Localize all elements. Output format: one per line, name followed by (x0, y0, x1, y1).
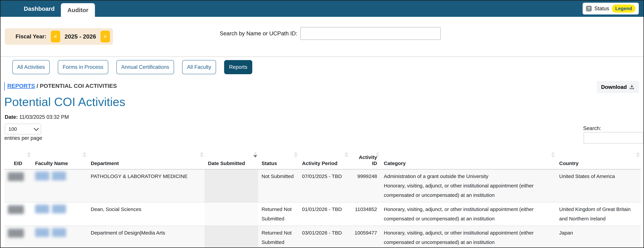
cell-department: Department of Design|Media Arts (87, 226, 204, 248)
category-line: Administration of a grant outside the Un… (384, 172, 552, 181)
column-header-status[interactable]: Status (258, 150, 299, 169)
cell-country: Japan (556, 226, 641, 248)
people-search-input[interactable] (300, 27, 441, 40)
people-search: Search by Name or UCPath ID: (220, 27, 441, 40)
column-label: Activity ID (359, 154, 377, 166)
column-header-activity-id[interactable]: Activity ID (349, 150, 380, 169)
tab-annual-certifications[interactable]: Annual Certifications (116, 60, 174, 74)
status-legend-button[interactable]: ? Status Legend (582, 3, 639, 14)
cell-eid (4, 226, 32, 248)
cell-status: Not Submitted (258, 169, 299, 202)
redacted-faculty-name-link[interactable] (35, 172, 84, 180)
column-header-country[interactable]: Country (556, 150, 641, 169)
entries-per-page-label: entries per page (4, 135, 42, 141)
cell-category: Honorary, visiting, adjunct, or other in… (380, 202, 556, 226)
header-row: EIDFaculty NameDepartmentDate SubmittedS… (4, 150, 641, 169)
page-size-value: 100 (8, 126, 17, 132)
fiscal-year-bar: Fiscal Year: < 2025 - 2026 > (5, 28, 113, 45)
column-label: Country (559, 160, 578, 166)
column-label: EID (14, 160, 22, 166)
category-line: Honorary, visiting, adjunct, or other in… (384, 228, 552, 247)
status-label: Status (594, 5, 609, 12)
page-size-select[interactable]: 100 (5, 124, 41, 134)
view-tabs: All ActivitiesForms in ProcessAnnual Cer… (12, 60, 252, 74)
table-search-label: Search: (583, 125, 601, 131)
column-header-category[interactable]: Category (380, 150, 556, 169)
column-header-eid[interactable]: EID (4, 150, 32, 169)
cell-activity-id: 10059477 (349, 226, 380, 248)
people-search-label: Search by Name or UCPath ID: (220, 30, 297, 37)
breadcrumb-current: POTENTIAL COI ACTIVITIES (40, 83, 117, 89)
cell-category: Honorary, visiting, adjunct, or other in… (380, 226, 556, 248)
column-label: Category (384, 160, 406, 166)
table-row: Dean, Social SciencesReturned Not Submit… (4, 202, 641, 226)
table-row: Department of Design|Media ArtsReturned … (4, 226, 641, 248)
table-search-input[interactable] (584, 132, 644, 143)
sort-icon (344, 152, 348, 157)
breadcrumb-reports-link[interactable]: REPORTS (7, 83, 35, 89)
column-label: Activity Period (302, 160, 338, 166)
redacted-eid (8, 205, 24, 214)
cell-country: United States of America (556, 169, 641, 202)
cell-date-submitted (204, 226, 258, 248)
fiscal-prev-button[interactable]: < (51, 31, 60, 42)
fiscal-next-button[interactable]: > (100, 31, 110, 42)
column-header-department[interactable]: Department (87, 150, 204, 169)
fiscal-year-label: Fiscal Year: (16, 33, 46, 40)
column-header-date-submitted[interactable]: Date Submitted (204, 150, 258, 169)
column-label: Status (262, 160, 277, 166)
download-label: Download (601, 84, 627, 90)
report-date: Date: 11/03/2025 03:32 PM (5, 114, 69, 120)
tab-all-activities[interactable]: All Activities (12, 60, 50, 74)
redacted-faculty-name-link[interactable] (35, 205, 84, 213)
sort-icon (83, 152, 86, 157)
redacted-eid (8, 172, 24, 181)
download-icon (629, 84, 634, 90)
header-divider (0, 57, 644, 57)
column-header-faculty-name[interactable]: Faculty Name (32, 150, 87, 169)
cell-faculty-name (32, 202, 87, 226)
column-label: Faculty Name (35, 160, 68, 166)
chevron-down-icon (34, 126, 39, 131)
sort-icon (636, 152, 640, 157)
auditor-tab[interactable]: Auditor (61, 3, 95, 17)
cell-category: Administration of a grant outside the Un… (380, 169, 556, 202)
redacted-eid (8, 229, 24, 238)
activities-table: EIDFaculty NameDepartmentDate SubmittedS… (4, 150, 641, 248)
sort-icon (294, 152, 298, 157)
report-date-value: 11/03/2025 03:32 PM (19, 114, 69, 120)
cell-faculty-name (32, 226, 87, 248)
cell-department: Dean, Social Sciences (87, 202, 204, 226)
download-button[interactable]: Download (596, 81, 639, 93)
cell-activity-period: 07/01/2025 - TBD (299, 169, 349, 202)
column-header-activity-period[interactable]: Activity Period (299, 150, 349, 169)
table-row: PATHOLOGY & LABORATORY MEDICINENot Submi… (4, 169, 641, 202)
page-title: Potential COI Activities (4, 95, 125, 109)
cell-date-submitted (204, 202, 258, 226)
cell-activity-period: 03/01/2026 - TBD (299, 226, 349, 248)
category-line: Honorary, visiting, adjunct, or other in… (384, 205, 552, 224)
tab-forms-in-process[interactable]: Forms in Process (58, 60, 108, 74)
redacted-faculty-name-link[interactable] (35, 228, 84, 237)
column-label: Department (91, 160, 119, 166)
cell-activity-id: 9999248 (349, 169, 380, 202)
sort-icon (376, 152, 380, 157)
top-nav: Dashboard Auditor ? Status Legend (0, 0, 644, 17)
auditor-page: Dashboard Auditor ? Status Legend Fiscal… (0, 0, 644, 248)
tab-all-faculty[interactable]: All Faculty (182, 60, 216, 74)
cell-activity-id: 11034852 (349, 202, 380, 226)
table-header: EIDFaculty NameDepartmentDate SubmittedS… (4, 150, 641, 169)
cell-country: United Kingdom of Great Britain and Nort… (556, 202, 641, 226)
report-date-label: Date: (5, 114, 18, 120)
cell-department: PATHOLOGY & LABORATORY MEDICINE (87, 169, 204, 202)
dashboard-tab[interactable]: Dashboard (24, 0, 55, 17)
breadcrumb-separator: / (36, 83, 38, 89)
category-line: Honorary, visiting, adjunct, or other in… (384, 181, 552, 200)
tab-reports[interactable]: Reports (224, 60, 252, 74)
cell-faculty-name (32, 169, 87, 202)
legend-badge: Legend (612, 4, 636, 13)
cell-date-submitted (204, 169, 258, 202)
sort-icon (200, 152, 204, 157)
column-label: Date Submitted (208, 160, 245, 166)
breadcrumb: REPORTS / POTENTIAL COI ACTIVITIES (7, 83, 117, 89)
